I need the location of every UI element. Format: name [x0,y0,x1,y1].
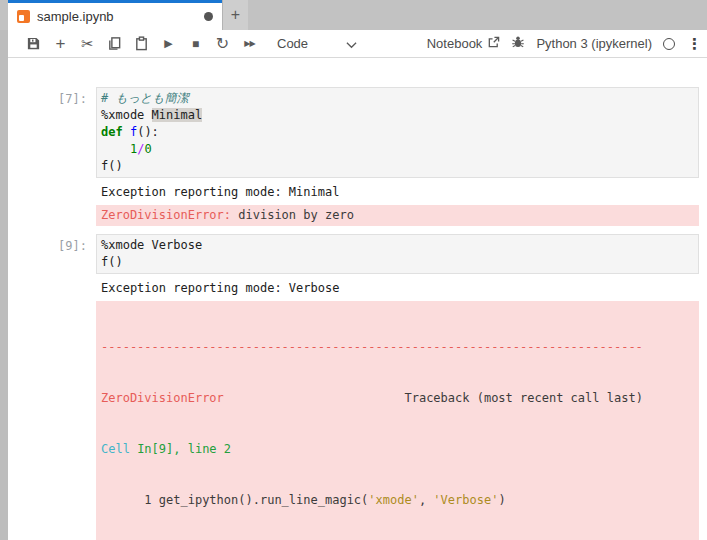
save-icon [26,36,41,51]
traceback-line: ----------------------------------------… [101,339,694,356]
more-options-icon[interactable]: ⋮ [686,35,703,53]
cell-type-value: Code [277,36,308,51]
tab-title: sample.ipynb [37,9,114,24]
traceback-output-cell-9: ----------------------------------------… [96,301,699,540]
code-line: %xmode Verbose [101,237,694,254]
code-cell-9: [9]: %xmode Verbose f() [8,234,707,274]
kernel-name[interactable]: Python 3 (ipykernel) [536,36,652,51]
new-tab-button[interactable]: + [222,0,248,30]
traceback-line: 1 get_ipython().run_line_magic('xmode', … [101,492,694,509]
copy-cell-button[interactable] [101,31,128,57]
paste-icon [134,36,149,51]
notebook-file-icon [17,10,30,23]
restart-icon: ↻ [216,36,229,52]
run-icon: ▶ [164,37,172,50]
error-output-cell-7: ZeroDivisionError: division by zero [96,205,699,226]
stop-icon: ■ [192,37,199,51]
restart-run-all-button[interactable]: ▶▶ [236,31,263,57]
paste-cell-button[interactable] [128,31,155,57]
run-cell-button[interactable]: ▶ [155,31,182,57]
stream-output-cell-7: Exception reporting mode: Minimal [96,184,699,201]
copy-icon [107,36,122,51]
tab-bar: sample.ipynb + [0,0,707,30]
code-editor-cell-9[interactable]: %xmode Verbose f() [96,234,699,274]
execution-prompt: [7]: [8,87,96,106]
stream-output-cell-9: Exception reporting mode: Verbose [96,280,699,297]
code-line: # もっとも簡潔 [101,90,694,107]
chevron-down-icon [346,35,357,53]
tab-sample-ipynb[interactable]: sample.ipynb [8,0,222,30]
notebook-panel: [7]: # もっとも簡潔 %xmode Minimal def f(): 1/… [8,58,707,540]
code-line: f() [101,254,694,271]
bug-icon [511,35,525,53]
debugger-toggle[interactable] [511,35,525,53]
external-link-icon [487,35,500,53]
code-cell-7: [7]: # もっとも簡潔 %xmode Minimal def f(): 1/… [8,87,707,178]
add-cell-button[interactable]: + [47,31,74,57]
notebook-label: Notebook [427,36,483,51]
cell-type-dropdown[interactable]: Code [277,35,357,53]
interrupt-kernel-button[interactable]: ■ [182,31,209,57]
save-button[interactable] [20,31,47,57]
unsaved-changes-dot[interactable] [204,12,213,21]
open-in-notebook-link[interactable]: Notebook [427,35,501,53]
cut-cell-button[interactable]: ✂ [74,31,101,57]
code-editor-cell-7[interactable]: # もっとも簡潔 %xmode Minimal def f(): 1/0 f() [96,87,699,178]
code-line: def f(): [101,124,694,141]
code-line: %xmode Minimal [101,107,694,124]
traceback-line: Cell In[9], line 2 [101,441,694,458]
kernel-status-indicator[interactable] [663,38,675,50]
fast-forward-icon: ▶▶ [244,39,254,48]
notebook-toolbar: + ✂ ▶ ■ ↻ ▶▶ Code Notebook [8,30,707,58]
scissors-icon: ✂ [81,35,94,53]
traceback-line: ZeroDivisionError Traceback (most recent… [101,390,694,407]
restart-kernel-button[interactable]: ↻ [209,31,236,57]
window-left-edge [0,0,8,540]
toolbar-right-group: Notebook Python 3 (ipykernel) ⋮ [427,35,704,53]
plus-icon: + [231,6,240,24]
execution-prompt: [9]: [8,234,96,253]
plus-icon: + [56,34,66,54]
code-line: 1/0 [101,141,694,158]
code-line: f() [101,158,694,175]
